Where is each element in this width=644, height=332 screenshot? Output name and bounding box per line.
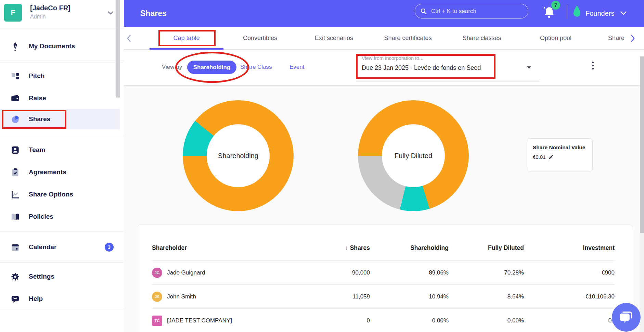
chat-bubble-icon	[11, 294, 20, 304]
fully-diluted-donut-chart[interactable]: Fully Diluted	[358, 100, 469, 211]
search-icon	[420, 8, 427, 15]
company-avatar: F	[4, 4, 22, 22]
open-book-icon	[11, 212, 20, 221]
nominal-value-title: Share Nominal Value	[533, 144, 587, 151]
sidebar-item-label: My Documents	[29, 42, 75, 50]
divider	[567, 5, 567, 19]
cell-investment: €0	[524, 317, 615, 324]
sidebar-item-my-documents[interactable]: My Documents	[0, 37, 120, 56]
sidebar-item-label: Raise	[29, 94, 46, 102]
divider	[0, 61, 124, 61]
table-row[interactable]: TC [JADE TEST COMPANY] 0 0.00% 0.00% €0	[152, 308, 615, 332]
sidebar-item-settings[interactable]: Settings	[0, 267, 120, 286]
cell-investment: €900	[524, 269, 615, 276]
calendar-badge: 3	[105, 243, 114, 252]
company-role: Admin	[30, 14, 46, 20]
person-badge-icon	[11, 145, 20, 155]
nominal-value: €0.01	[533, 154, 546, 160]
tab-cap-table[interactable]: Cap table	[173, 27, 199, 49]
divider	[0, 28, 124, 28]
tabs-scroll-right-icon[interactable]	[629, 34, 636, 43]
sidebar: F [JadeCo FR] Admin My Documents	[0, 0, 124, 332]
page-scrollbar-thumb[interactable]	[640, 56, 644, 233]
line-chart-icon	[11, 190, 20, 199]
cell-shareholding: 10.94%	[370, 293, 449, 300]
sidebar-scrollbar[interactable]	[116, 0, 120, 98]
shareholder-name: John Smith	[167, 293, 196, 300]
wallet-icon	[11, 94, 20, 103]
clipboard-check-icon	[11, 168, 20, 177]
tab-convertibles[interactable]: Convertibles	[243, 27, 277, 49]
sidebar-item-shares[interactable]: Shares	[0, 109, 120, 129]
tab-exit-scenarios[interactable]: Exit scenarios	[315, 27, 353, 49]
sidebar-item-raise[interactable]: Raise	[0, 89, 120, 108]
table-header-row: Shareholder ↓Shares Shareholding Fully D…	[152, 225, 615, 260]
table-row[interactable]: JG Jade Guignard 90,000 89.06% 70.28% €9…	[152, 260, 615, 284]
view-option-shareholding[interactable]: Shareholding	[187, 61, 236, 74]
select-underline	[356, 81, 540, 81]
donut-center: Fully Diluted	[382, 124, 445, 187]
cell-fully-diluted: 70.28%	[449, 269, 524, 276]
column-header-shares[interactable]: ↓Shares	[295, 244, 370, 252]
sidebar-item-label: Policies	[29, 213, 53, 220]
app-root: F [JadeCo FR] Admin My Documents	[0, 0, 644, 332]
sidebar-item-label: Team	[29, 146, 45, 154]
chevron-down-icon[interactable]	[620, 11, 627, 16]
shareholding-donut-chart[interactable]: Shareholding	[183, 100, 294, 211]
column-header-shareholder[interactable]: Shareholder	[152, 244, 295, 252]
company-selector[interactable]: F [JadeCo FR] Admin	[0, 0, 124, 28]
top-header	[124, 0, 644, 27]
table-row[interactable]: JS John Smith 11,059 10.94% 8.64% €10,10…	[152, 284, 615, 308]
period-select[interactable]: Due 23 Jan 2025 - Levée de fonds en Seed	[362, 64, 481, 72]
tab-share-certificates[interactable]: Share certificates	[384, 27, 432, 49]
company-name: [JadeCo FR]	[30, 4, 70, 12]
user-profile[interactable]: JG Jade Guignard jade@seedlegals.com	[0, 309, 124, 332]
tab-option-pool[interactable]: Option pool	[540, 27, 571, 49]
period-select-label: View from incorporation to...	[362, 55, 423, 61]
column-header-shareholding[interactable]: Shareholding	[370, 244, 449, 252]
cell-fully-diluted: 8.64%	[449, 293, 524, 300]
calendar-icon	[11, 243, 20, 252]
more-options-icon[interactable]	[592, 62, 594, 69]
sidebar-item-share-options[interactable]: Share Options	[0, 185, 120, 204]
sidebar-item-pitch[interactable]: Pitch	[0, 66, 120, 86]
shareholder-name: [JADE TEST COMPANY]	[167, 317, 232, 324]
pitch-grid-icon	[11, 72, 20, 81]
view-by-label: View by	[162, 64, 182, 71]
sidebar-item-policies[interactable]: Policies	[0, 207, 120, 226]
cell-shareholding: 0.00%	[370, 317, 449, 324]
chevron-down-icon[interactable]	[107, 11, 114, 15]
page-title: Shares	[140, 0, 167, 27]
column-header-fully-diluted[interactable]: Fully Diluted	[449, 244, 524, 252]
account-menu[interactable]: Founders	[585, 0, 615, 27]
edit-pencil-icon[interactable]	[548, 154, 554, 160]
avatar: JS	[152, 292, 162, 302]
donut-center-label: Fully Diluted	[395, 152, 432, 160]
sidebar-item-label: Pitch	[29, 72, 44, 80]
sidebar-item-team[interactable]: Team	[0, 140, 120, 159]
search-input[interactable]: Ctrl + K to search	[415, 4, 528, 18]
select-caret-icon[interactable]	[527, 66, 531, 69]
donut-center-label: Shareholding	[218, 152, 258, 160]
divider	[0, 262, 124, 263]
sidebar-item-help[interactable]: Help	[0, 289, 120, 308]
sort-descending-icon[interactable]: ↓	[345, 245, 348, 251]
view-option-event[interactable]: Event	[289, 64, 304, 71]
avatar: TC	[152, 316, 162, 326]
tab-share-classes[interactable]: Share classes	[462, 27, 501, 49]
chat-launcher-button[interactable]	[612, 303, 641, 332]
cell-fully-diluted: 0.00%	[449, 317, 524, 324]
sidebar-item-label: Agreements	[29, 168, 66, 176]
tabs-scroll-left-icon[interactable]	[125, 34, 133, 43]
droplet-icon	[572, 5, 582, 18]
column-header-investment[interactable]: Investment	[524, 244, 615, 252]
pen-nib-icon	[11, 42, 20, 51]
sidebar-item-calendar[interactable]: Calendar	[0, 238, 120, 257]
sidebar-item-label: Calendar	[29, 243, 56, 251]
pie-chart-icon	[11, 115, 20, 124]
avatar: JG	[152, 268, 162, 278]
view-option-share-class[interactable]: Share Class	[240, 64, 272, 71]
sidebar-item-label: Settings	[29, 273, 54, 280]
sidebar-item-agreements[interactable]: Agreements	[0, 163, 120, 182]
search-placeholder: Ctrl + K to search	[431, 8, 476, 15]
